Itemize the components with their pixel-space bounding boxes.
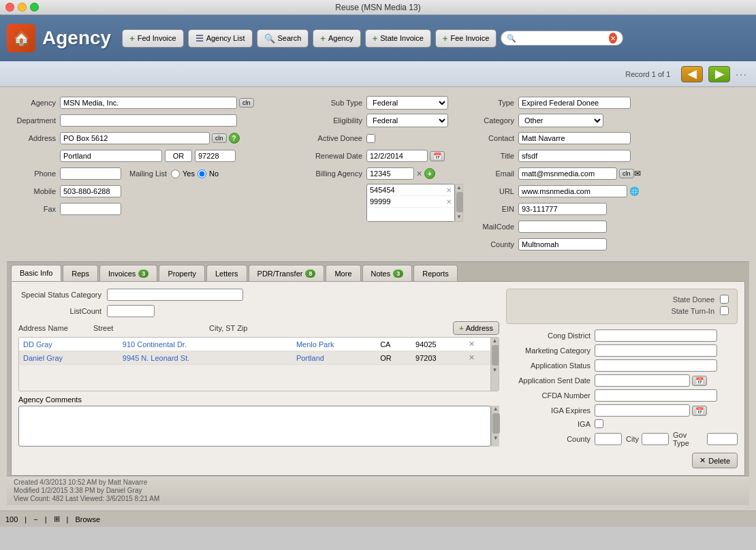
address-field[interactable] [60, 132, 210, 144]
cfda-field[interactable] [595, 389, 717, 402]
listcount-row: ListCount [18, 305, 499, 317]
email-send-button[interactable]: ✉ [634, 169, 641, 178]
marketing-cat-field[interactable] [595, 344, 717, 357]
tab-notes[interactable]: Notes 3 [362, 265, 413, 281]
email-cln-button[interactable]: cln [619, 169, 634, 178]
next-record-button[interactable]: ▶ [708, 66, 730, 82]
type-label: Type [474, 99, 518, 107]
phone-label: Phone [12, 169, 60, 178]
billing-agency-field[interactable] [366, 167, 414, 180]
billing-clear-btn[interactable]: ✕ [416, 169, 422, 178]
phone-field[interactable] [60, 167, 121, 180]
app-sent-cal-button[interactable]: 📅 [692, 376, 707, 386]
listcount-field[interactable] [107, 305, 155, 317]
url-open-button[interactable]: 🌐 [629, 187, 640, 196]
add-address-button[interactable]: + Address [453, 321, 499, 335]
iga-cal-button[interactable]: 📅 [692, 406, 707, 416]
delete-label: Delete [708, 457, 730, 465]
eligibility-select[interactable]: Federal [366, 114, 448, 127]
special-status-row: Special Status Category [18, 289, 499, 301]
mailcode-field[interactable] [518, 221, 607, 233]
state-donee-checkbox[interactable] [720, 295, 729, 304]
bottom-city-field[interactable] [642, 433, 669, 445]
ein-field[interactable] [518, 203, 607, 215]
footer-sep-1: | [25, 515, 27, 523]
tab-letters[interactable]: Letters [206, 265, 247, 281]
delete-button[interactable]: ✕ Delete [692, 453, 738, 468]
comments-scrollbar[interactable]: ▲ ▼ [491, 406, 499, 447]
url-field[interactable] [518, 185, 627, 197]
billing-add-button[interactable]: + [424, 168, 435, 179]
tab-invoices[interactable]: Invoices 3 [99, 265, 157, 281]
department-field[interactable] [60, 114, 237, 127]
tab-pdr-transfer[interactable]: PDR/Transfer 8 [249, 265, 325, 281]
county-field[interactable] [518, 238, 607, 250]
addr-name-1[interactable]: DD Gray [23, 340, 52, 349]
agency-list-button[interactable]: ☰ Agency List [188, 29, 253, 48]
billing-item-1-clear[interactable]: ✕ [446, 187, 452, 194]
left-panel: Agency cln Department Address cln ? [7, 93, 306, 257]
application-status-field[interactable] [595, 359, 717, 372]
minimize-button[interactable] [18, 3, 27, 12]
mobile-field[interactable] [60, 185, 121, 197]
gov-type-field[interactable] [707, 433, 738, 445]
address-scrollbar[interactable]: ▲ ▼ [490, 338, 499, 391]
billing-scrollbar[interactable]: ▲ ▼ [455, 184, 463, 222]
addr-clear-1[interactable]: ✕ [469, 340, 475, 348]
fee-invoice-button[interactable]: + Fee Invoice [435, 29, 497, 48]
renewal-cal-button[interactable]: 📅 [430, 151, 445, 161]
title-field[interactable] [518, 150, 631, 162]
category-select[interactable]: Other [518, 114, 603, 127]
zip-field[interactable] [195, 150, 236, 162]
state-invoice-button[interactable]: + State Invoice [365, 29, 431, 48]
bottom-county-field[interactable] [595, 433, 622, 445]
tab-basic-info[interactable]: Basic Info [11, 265, 61, 281]
tab-reports-label: Reports [422, 270, 449, 278]
mailing-no-radio[interactable] [198, 169, 206, 178]
window-title: Reuse (MSN Media 13) [335, 3, 420, 12]
county-row: County [474, 237, 744, 252]
iga-expires-field[interactable] [595, 404, 690, 417]
prev-record-button[interactable]: ◀ [681, 66, 703, 82]
close-button[interactable] [5, 3, 14, 12]
address-add-button[interactable]: ? [229, 133, 240, 144]
options-dots[interactable]: ··· [736, 69, 748, 80]
bottom-fields-row: County City Gov Type [506, 431, 738, 447]
app-sent-date-field[interactable] [595, 374, 690, 387]
agency-cln-button[interactable]: cln [239, 98, 254, 108]
fed-invoice-button[interactable]: + Fed Invoice [122, 29, 183, 48]
addr-name-2[interactable]: Daniel Gray [23, 354, 63, 362]
agency-field[interactable] [60, 97, 237, 109]
maximize-button[interactable] [30, 3, 39, 12]
addr-clear-2[interactable]: ✕ [469, 353, 475, 361]
tab-reps[interactable]: Reps [63, 265, 98, 281]
address-table: DD Gray 910 Continental Dr. Menlo Park C… [19, 338, 490, 365]
subtype-select[interactable]: Federal [366, 96, 448, 110]
address-cln-button[interactable]: cln [212, 133, 227, 143]
billing-item-2-clear[interactable]: ✕ [446, 198, 452, 206]
tab-more[interactable]: More [326, 265, 360, 281]
iga-checkbox[interactable] [595, 419, 603, 428]
fax-field[interactable] [60, 203, 121, 215]
agency-button[interactable]: + Agency [313, 29, 360, 48]
contact-field[interactable] [518, 132, 631, 144]
state-turnin-checkbox[interactable] [720, 306, 729, 315]
search-clear-button[interactable]: ✕ [609, 33, 618, 44]
special-status-field[interactable] [107, 289, 243, 301]
city-field[interactable] [60, 150, 162, 162]
tab-property[interactable]: Property [159, 265, 205, 281]
comments-textarea[interactable] [18, 406, 491, 447]
url-label: URL [474, 187, 518, 195]
renewal-date-field[interactable] [366, 150, 428, 162]
active-donee-checkbox[interactable] [366, 134, 375, 143]
cong-district-field[interactable] [595, 329, 717, 342]
email-field[interactable] [518, 167, 617, 180]
mailing-yes-radio[interactable] [171, 169, 180, 178]
tab-left-col: Special Status Category ListCount Addres… [18, 289, 499, 468]
search-button[interactable]: 🔍 Search [257, 29, 309, 48]
state-field[interactable] [165, 150, 192, 162]
title-row: Title [474, 148, 744, 163]
nav-search-input[interactable] [519, 34, 605, 42]
type-field[interactable] [518, 97, 631, 109]
tab-reports[interactable]: Reports [413, 265, 458, 281]
